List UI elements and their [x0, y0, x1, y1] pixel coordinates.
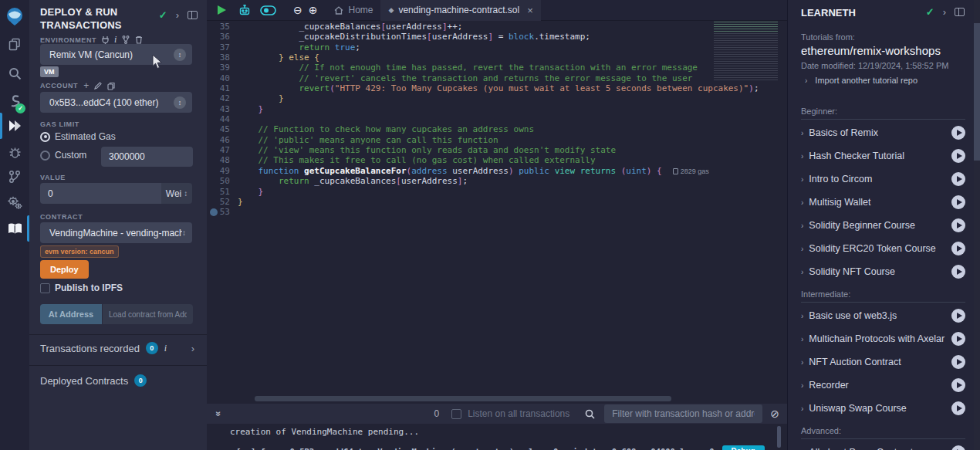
code-line[interactable]: 50return _cupcakeBalances[userAddress];: [207, 176, 787, 186]
code-line[interactable]: 35_cupcakeBalances[userAddress]++;: [207, 22, 787, 32]
deploy-button[interactable]: Deploy: [40, 260, 89, 279]
file-explorer-icon[interactable]: [0, 32, 29, 56]
code-line[interactable]: 52}: [207, 197, 787, 207]
learneth-layout-icon[interactable]: [955, 8, 965, 16]
clear-console-icon[interactable]: ⊘: [770, 408, 779, 420]
play-tutorial-button[interactable]: [951, 401, 965, 415]
tutorial-item[interactable]: ›Intro to Circom: [801, 167, 965, 191]
learneth-scrollbar[interactable]: [974, 0, 980, 450]
solidity-compiler-icon[interactable]: ✓: [0, 90, 29, 113]
terminal-filter-input[interactable]: [604, 404, 762, 423]
at-address-input[interactable]: [103, 304, 193, 324]
panel-layout-icon[interactable]: [188, 11, 198, 19]
terminal-search-icon[interactable]: [585, 409, 595, 419]
scrollbar-thumb[interactable]: [974, 23, 980, 161]
zoom-out-icon[interactable]: ⊖: [293, 4, 302, 16]
tutorial-item[interactable]: ›Basics of Remix: [801, 121, 965, 144]
transactions-recorded-row[interactable]: Transactions recorded 0 i ›: [40, 342, 194, 354]
publish-ipfs-checkbox[interactable]: [40, 283, 50, 293]
trash-icon[interactable]: [135, 36, 143, 44]
play-tutorial-button[interactable]: [951, 355, 965, 369]
tutorial-item[interactable]: ›Basic use of web3.js: [801, 304, 965, 327]
debugger-icon[interactable]: [0, 140, 29, 164]
panel-chevron-icon[interactable]: ›: [176, 9, 179, 21]
code-line[interactable]: 53: [207, 207, 787, 217]
plug-icon[interactable]: [102, 36, 109, 44]
play-tutorial-button[interactable]: [951, 332, 965, 346]
estimated-gas-radio[interactable]: [40, 132, 50, 142]
tutorial-item[interactable]: ›Solidity Beginner Course: [801, 214, 965, 237]
edit-account-icon[interactable]: [94, 82, 102, 90]
tutorial-item[interactable]: ›Uniswap Swap Course: [801, 397, 965, 420]
code-line[interactable]: 45// Function to check how many cupcakes…: [207, 124, 787, 134]
remix-logo[interactable]: [0, 5, 29, 28]
horizontal-scrollbar[interactable]: [255, 396, 671, 401]
settings-icon[interactable]: [0, 191, 29, 214]
code-line[interactable]: 38} else {: [207, 52, 787, 63]
learneth-icon[interactable]: [0, 217, 29, 240]
zoom-in-icon[interactable]: ⊕: [309, 4, 318, 16]
play-tutorial-button[interactable]: [951, 149, 965, 163]
tutorial-item[interactable]: ›Multichain Protocols with Axelar: [801, 327, 965, 350]
code-line[interactable]: 51}: [207, 187, 787, 197]
code-line[interactable]: 48// This makes it free to call (no gas …: [207, 155, 787, 165]
contract-select[interactable]: VendingMachine - vending-machin ↕: [40, 222, 192, 243]
tab-home[interactable]: Home: [326, 0, 380, 21]
git-icon[interactable]: [0, 165, 29, 188]
code-line[interactable]: 40// 'revert' cancels the transaction an…: [207, 73, 787, 83]
code-line[interactable]: 47// 'view' means this function only rea…: [207, 145, 787, 155]
custom-gas-input[interactable]: [101, 147, 193, 167]
play-tutorial-button[interactable]: [951, 445, 965, 450]
run-script-icon[interactable]: [218, 5, 226, 15]
tab-file[interactable]: ◆ vending-machine-contract.sol ×: [380, 0, 540, 21]
tutorial-item[interactable]: ›All about Proxy Contracts: [801, 441, 965, 450]
add-account-icon[interactable]: +: [83, 80, 89, 91]
environment-select[interactable]: Remix VM (Cancun) ↕: [40, 44, 192, 65]
code-line[interactable]: 43}: [207, 104, 787, 114]
tutorial-item[interactable]: ›NFT Auction Contract: [801, 350, 965, 374]
ai-assistant-icon[interactable]: [238, 5, 251, 16]
value-unit-select[interactable]: Wei ↕: [161, 183, 192, 204]
code-line[interactable]: 39// If not enough time has passed, reve…: [207, 63, 787, 73]
code-line[interactable]: 44: [207, 114, 787, 124]
code-line[interactable]: 41revert("HTTP 429: Too Many Cupcakes (y…: [207, 83, 787, 93]
code-line[interactable]: 37return true;: [207, 42, 787, 52]
tutorial-item[interactable]: ›Solidity ERC20 Token Course: [801, 237, 965, 260]
deploy-run-icon[interactable]: [0, 114, 29, 137]
copy-account-icon[interactable]: [107, 82, 115, 90]
tutorial-item[interactable]: ›Hash Checker Tutorial: [801, 144, 965, 167]
terminal-tx-row[interactable]: [vm] from: 0x5B3...eddC4 to: VendingMach…: [236, 445, 765, 450]
play-tutorial-button[interactable]: [951, 218, 965, 232]
play-tutorial-button[interactable]: [951, 242, 965, 255]
play-tutorial-button[interactable]: [951, 126, 965, 140]
copilot-toggle-icon[interactable]: [260, 5, 276, 15]
value-input[interactable]: [40, 183, 161, 204]
code-line[interactable]: 36_cupcakeDistributionTimes[userAddress]…: [207, 32, 787, 42]
custom-gas-radio[interactable]: [40, 151, 50, 161]
debug-button[interactable]: Debug: [722, 445, 765, 450]
tutorial-item[interactable]: ›Recorder: [801, 374, 965, 397]
code-line[interactable]: 42}: [207, 93, 787, 103]
play-tutorial-button[interactable]: [951, 265, 965, 279]
terminal-scrollbar[interactable]: [777, 426, 781, 448]
code-lines[interactable]: 35_cupcakeBalances[userAddress]++;36_cup…: [207, 22, 787, 218]
search-icon[interactable]: [0, 62, 29, 85]
minimap[interactable]: [714, 22, 778, 82]
account-select[interactable]: 0x5B3...eddC4 (100 ether) ↕: [40, 92, 192, 113]
at-address-button[interactable]: At Address: [40, 304, 102, 324]
terminal-collapse-icon[interactable]: »: [213, 411, 224, 417]
transactions-info-icon[interactable]: i: [164, 343, 167, 354]
close-tab-icon[interactable]: ×: [527, 5, 533, 16]
code-line[interactable]: 49function getCupcakeBalanceFor(address …: [207, 166, 787, 176]
play-tutorial-button[interactable]: [951, 195, 965, 209]
listen-all-checkbox[interactable]: [451, 409, 461, 419]
learneth-chevron-icon[interactable]: ›: [943, 6, 946, 18]
play-tutorial-button[interactable]: [951, 309, 965, 323]
transactions-expand-chevron[interactable]: ›: [191, 343, 194, 354]
tutorial-item[interactable]: ›Solidity NFT Course: [801, 260, 965, 283]
import-tutorial-repo[interactable]: › Import another tutorial repo: [805, 76, 917, 85]
play-tutorial-button[interactable]: [951, 172, 965, 186]
tutorial-item[interactable]: ›Multisig Wallet: [801, 191, 965, 214]
play-tutorial-button[interactable]: [951, 378, 965, 392]
fork-icon[interactable]: [122, 36, 130, 44]
